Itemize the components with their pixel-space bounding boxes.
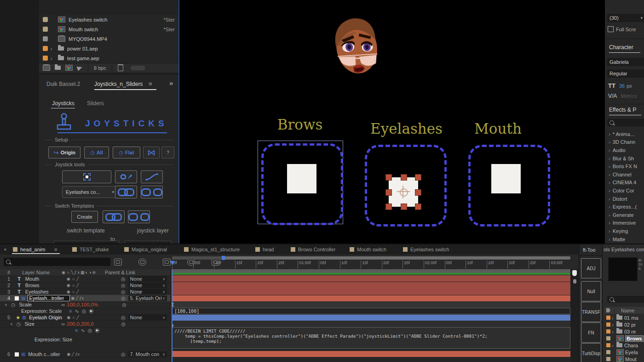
label-color-swatch[interactable] (606, 357, 610, 361)
disclosure-icon[interactable]: › (609, 131, 610, 137)
mirror-button[interactable]: ⋈ (143, 147, 160, 158)
new-composition-icon[interactable] (65, 65, 73, 71)
disclosure-icon[interactable]: › (609, 188, 610, 193)
create-switch-button[interactable]: Create (71, 211, 98, 223)
layer-row[interactable]: 5 ★ ⊞ Eyelash Origin ◉ ☼ ╱ ◎ None∨ (0, 314, 170, 321)
help-button[interactable]: ? (161, 147, 174, 158)
transform-handle[interactable] (415, 204, 421, 210)
disclosure-icon[interactable]: › (609, 220, 610, 226)
layer-name[interactable]: Mouth (25, 276, 67, 282)
turbdisp-button[interactable]: TurbDisp (581, 343, 601, 362)
switch-link-button[interactable] (103, 210, 125, 223)
dimensions-link-icon[interactable]: ∞ (61, 302, 65, 307)
playhead-line[interactable] (172, 269, 172, 362)
disclosure-icon[interactable]: › (612, 322, 616, 328)
disclosure-icon[interactable]: › (612, 315, 616, 321)
show-graph-icon[interactable]: ∿ (80, 328, 85, 334)
mini-item-label[interactable]: 02 pr (624, 322, 636, 328)
layer-name-edit-field[interactable]: Eyelash...troller (28, 295, 70, 301)
disclosure-icon[interactable]: › (609, 139, 610, 145)
checkbox[interactable] (608, 26, 614, 32)
disclosure-icon[interactable]: › (612, 343, 616, 348)
origin-button[interactable]: ↪ Origin (48, 147, 80, 158)
tab-effects-presets[interactable]: Effects & P (609, 107, 642, 113)
switch-unlink-button[interactable] (128, 210, 150, 223)
null-button[interactable]: Null (581, 281, 601, 301)
twirl-icon[interactable]: ∨ (10, 322, 13, 326)
project-item-label[interactable]: test game.aep (67, 56, 179, 61)
layer-switches[interactable]: ◉ ☼ ╱ (67, 289, 79, 294)
pickwhip-icon[interactable]: ◎ (121, 351, 126, 357)
mini-item[interactable]: Eyela (604, 349, 644, 356)
mini-item-label[interactable]: Eyela (625, 350, 638, 355)
pickwhip-icon[interactable]: ◎ (121, 276, 126, 282)
col-parent-link[interactable]: Parent & Link (105, 270, 135, 275)
project-item[interactable]: Mouth switch *Ster (39, 24, 179, 34)
effects-category[interactable]: ›CINEMA 4 (609, 179, 644, 187)
label-color-swatch[interactable] (43, 27, 48, 32)
mini-search-input[interactable] (607, 296, 644, 303)
layer-bar-brows[interactable] (172, 282, 570, 289)
layer-color-swatch[interactable] (15, 296, 19, 300)
pickwhip-icon[interactable]: ◎ (121, 283, 126, 288)
disclosure-icon[interactable]: › (609, 172, 610, 177)
pickwhip-icon[interactable]: ◎ (121, 289, 126, 295)
pickwhip-icon[interactable]: ◎ (121, 295, 126, 301)
playhead[interactable] (170, 261, 175, 265)
effects-search-input[interactable] (607, 119, 644, 126)
effects-category[interactable]: ›Distort (609, 195, 644, 203)
mini-item-label[interactable]: 01 ma (624, 315, 638, 321)
mini-item-label[interactable]: Chara (624, 343, 638, 348)
new-folder-icon[interactable] (55, 66, 61, 70)
property-label[interactable]: Size (24, 321, 61, 327)
layer-row[interactable]: 2 T Brows ◉ ☼ ╱ ◎ None∨ (0, 282, 170, 289)
subtab-sliders[interactable]: Sliders (87, 100, 104, 107)
layer-name[interactable]: Brows (25, 283, 67, 288)
tab-duik-bassel[interactable]: Duik Bassel.2 (46, 81, 80, 87)
size-value[interactable]: 200,0,200,0 (67, 321, 93, 327)
comp-flowchart-icon[interactable] (114, 259, 122, 266)
joystick-pen-tool-button[interactable] (115, 170, 137, 183)
effects-category[interactable]: ›3D Chann (609, 138, 644, 147)
disclosure-icon[interactable]: › (609, 196, 610, 202)
transform-handle[interactable] (415, 174, 421, 181)
layer-switches[interactable]: ◉ ╱ ƒx (67, 352, 80, 356)
effects-category[interactable]: ›Boris FX N (609, 162, 644, 170)
mini-item[interactable]: ›03 re (604, 328, 644, 335)
link-button[interactable] (115, 186, 137, 198)
tab-mouth-switch[interactable]: Mouth switch (350, 244, 386, 255)
effects-category[interactable]: ›Color Cor (609, 187, 644, 195)
scale-value[interactable]: 100,0,100,0 (67, 302, 93, 307)
transform-handle[interactable] (385, 174, 392, 181)
transform-handle[interactable] (385, 189, 392, 196)
tab-brows-controller[interactable]: Brows Controller (291, 244, 335, 255)
bit-depth[interactable]: 8 bpc (88, 64, 112, 72)
parent-dropdown[interactable]: None∨ (128, 315, 167, 320)
label-color-swatch[interactable] (606, 343, 610, 347)
label-color-swatch[interactable] (606, 322, 610, 327)
layer-row[interactable]: 3 T Eyelashes ◉ ☼ ╱ ◎ None∨ (0, 288, 170, 295)
disclosure-icon[interactable]: › (609, 204, 610, 209)
tab-eyelashes-switch[interactable]: Eyelashes switch (403, 244, 449, 255)
time-navigator[interactable] (172, 256, 570, 260)
expression-field-size[interactable]: /////BEGIN LIMIT CODE////// temp = thisC… (172, 327, 570, 349)
effects-category[interactable]: ›Immersive (609, 219, 644, 227)
twirl-icon[interactable]: ∨ (5, 303, 7, 307)
scrollbar-thumb[interactable] (131, 66, 145, 70)
project-item[interactable]: MYQO8944.MP4 (39, 34, 179, 44)
close-tab-icon[interactable]: × (4, 244, 6, 255)
label-color-swatch[interactable] (43, 17, 48, 22)
layer-row-selected[interactable]: 4 ⊞ Eyelash...troller ◉ ╱ ƒx ◎ 5. Eyelas… (0, 295, 170, 302)
navigator-marker[interactable] (222, 256, 225, 260)
tab-character[interactable]: Character (609, 44, 633, 51)
expression-language-icon[interactable]: ▶ (89, 309, 94, 314)
parent-dropdown[interactable]: 5. Eyelash Ori∨ (128, 295, 167, 301)
expression-pickwhip-icon[interactable]: ◎ (82, 308, 86, 314)
label-tag-icon[interactable] (606, 308, 610, 312)
disclosure-icon[interactable]: › (612, 329, 616, 334)
layer-color-swatch[interactable] (15, 352, 19, 356)
tab-magica-st1-structure[interactable]: Magica_st1_structure (184, 244, 240, 255)
interpret-footage-icon[interactable] (43, 65, 50, 71)
all-button[interactable]: ◷ All (84, 147, 109, 158)
label-color-swatch[interactable] (606, 350, 610, 354)
